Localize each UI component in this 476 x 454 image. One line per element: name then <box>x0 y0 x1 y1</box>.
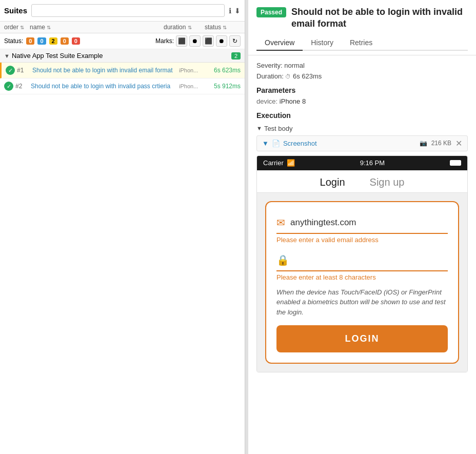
severity-row: Severity: normal <box>256 62 468 69</box>
phone-time: 9:16 PM <box>360 159 385 167</box>
suite-name: Native App Test Suite Example <box>12 52 103 60</box>
test-name-1: Should not be able to login with invalid… <box>32 66 179 75</box>
badge-orange-2[interactable]: 0 <box>61 37 69 45</box>
wifi-icon: 📶 <box>287 159 295 167</box>
password-field: 🔒 <box>276 250 448 271</box>
tab-retries[interactable]: Retries <box>342 35 381 51</box>
tab-overview[interactable]: Overview <box>256 35 303 51</box>
badge-blue[interactable]: 0 <box>37 37 46 45</box>
left-header: Suites ℹ ⬇ <box>0 0 245 22</box>
column-headers: order ⇅ name ⇅ duration ⇅ status ⇅ <box>0 22 245 33</box>
right-content: Severity: normal Duration: ⏱ 6s 623ms Pa… <box>248 55 476 387</box>
phone-nav: Login Sign up <box>257 170 467 193</box>
execution-title: Execution <box>256 111 468 120</box>
email-icon: ✉ <box>276 216 285 229</box>
severity-text: Severity: normal <box>256 62 305 69</box>
test-number-2: #2 <box>15 83 31 90</box>
test-name-2: Should not be able to login with invalid… <box>31 82 179 91</box>
test-number-1: #1 <box>17 67 32 74</box>
mark-icon-3[interactable]: ⬛ <box>203 35 214 47</box>
mark-icon-4[interactable]: ⏺ <box>216 35 227 47</box>
test-body-toggle-icon: ▼ <box>256 125 262 131</box>
test-status-pass-icon: ✓ <box>6 66 15 75</box>
tab-bar: Overview History Retries <box>256 35 468 51</box>
phone-screen: Login Sign up ✉ anythingtest.com Please … <box>257 170 467 372</box>
badge-orange-1[interactable]: 0 <box>26 37 34 45</box>
carrier-area: Carrier 📶 <box>263 159 295 167</box>
screenshot-toggle[interactable]: ▼ 📄 Screenshot <box>262 140 317 147</box>
duration-row: Duration: ⏱ 6s 623ms <box>256 72 468 80</box>
device-row: device: iPhone 8 <box>256 97 468 105</box>
phone-nav-signup[interactable]: Sign up <box>358 176 417 188</box>
screenshot-close-icon[interactable]: ✕ <box>455 139 462 148</box>
screenshot-label: Screenshot <box>283 140 317 147</box>
test-duration-1: 6s 623ms <box>207 67 241 74</box>
screenshot-size: 216 KB <box>431 140 451 147</box>
email-value: anythingtest.com <box>290 218 356 228</box>
tab-history[interactable]: History <box>303 35 342 51</box>
phone-nav-login[interactable]: Login <box>308 176 358 188</box>
name-sort-icon: ⇅ <box>47 25 51 30</box>
login-card: ✉ anythingtest.com Please enter a valid … <box>265 201 459 364</box>
test-device-2: iPhon... <box>179 83 207 89</box>
battery-icon <box>450 160 461 166</box>
header-icons: ℹ ⬇ <box>229 7 241 15</box>
badge-yellow[interactable]: 2 <box>49 37 57 45</box>
passed-badge: Passed <box>256 7 286 17</box>
test-row[interactable]: ✓ #1 Should not be able to login with in… <box>0 63 245 78</box>
test-row[interactable]: ✓ #2 Should not be able to login with in… <box>0 78 245 94</box>
title-row: Passed Should not be able to login with … <box>256 6 468 30</box>
col-name[interactable]: name ⇅ <box>30 24 164 31</box>
carrier-text: Carrier <box>263 159 284 167</box>
phone-status-bar: Carrier 📶 9:16 PM <box>257 156 467 170</box>
email-field: ✉ anythingtest.com <box>276 212 448 234</box>
suite-count: 2 <box>231 52 241 60</box>
test-body-label: Test body <box>264 125 293 132</box>
suite-group: ▼ Native App Test Suite Example 2 ✓ #1 S… <box>0 49 245 94</box>
mark-icon-1[interactable]: ⬛ <box>176 35 187 47</box>
screenshot-file-icon: 📄 <box>272 140 280 147</box>
email-error: Please enter a valid email address <box>276 236 448 244</box>
battery-area <box>450 160 461 166</box>
search-input[interactable] <box>31 4 225 17</box>
download-icon[interactable]: ⬇ <box>234 7 241 15</box>
lock-icon: 🔒 <box>276 254 289 266</box>
device-value: iPhone 8 <box>280 97 306 105</box>
suites-title: Suites <box>4 6 27 15</box>
screenshot-row: ▼ 📄 Screenshot 📷 216 KB ✕ <box>256 135 468 151</box>
login-button[interactable]: LOGIN <box>276 325 448 352</box>
phone-mockup: Carrier 📶 9:16 PM Login Sign up <box>256 155 468 373</box>
screenshot-icon-sm: 📷 <box>420 140 427 147</box>
order-sort-icon: ⇅ <box>20 25 24 30</box>
marks-label: Marks: <box>155 37 174 45</box>
status-label: Status: <box>4 37 23 45</box>
col-duration[interactable]: duration ⇅ <box>164 24 205 31</box>
col-status[interactable]: status ⇅ <box>205 24 241 31</box>
info-icon[interactable]: ℹ <box>229 7 231 15</box>
duration-icon: ⏱ <box>285 73 291 80</box>
test-device-1: iPhon... <box>179 67 207 73</box>
test-body-toggle[interactable]: ▼ Test body <box>256 125 468 132</box>
mark-icon-2[interactable]: ⏺ <box>189 35 201 47</box>
biometrics-hint: When the device has Touch/FaceID (iOS) o… <box>276 287 448 318</box>
phone-body: ✉ anythingtest.com Please enter a valid … <box>257 193 467 372</box>
screenshot-expand-icon: ▼ <box>262 140 269 147</box>
status-sort-icon: ⇅ <box>223 25 227 30</box>
suite-header[interactable]: ▼ Native App Test Suite Example 2 <box>0 49 245 63</box>
test-status-pass-icon-2: ✓ <box>4 82 13 91</box>
test-duration-2: 5s 912ms <box>207 83 241 90</box>
badge-red[interactable]: 0 <box>72 37 80 45</box>
device-label: device: <box>256 97 277 105</box>
password-error: Please enter at least 8 characters <box>276 273 448 281</box>
suite-toggle-icon[interactable]: ▼ <box>4 53 10 59</box>
col-order[interactable]: order ⇅ <box>4 24 30 31</box>
test-title: Should not be able to login with invalid… <box>291 6 468 30</box>
mark-icon-refresh[interactable]: ↻ <box>229 35 241 47</box>
right-header: Passed Should not be able to login with … <box>248 0 476 55</box>
status-row: Status: 0 0 2 0 0 Marks: ⬛ ⏺ ⬛ ⏺ ↻ <box>0 33 245 49</box>
screenshot-meta: 📷 216 KB ✕ <box>420 139 462 148</box>
parameters-title: Parameters <box>256 86 468 94</box>
left-panel: Suites ℹ ⬇ order ⇅ name ⇅ duration ⇅ sta… <box>0 0 245 454</box>
duration-label: Duration: <box>256 72 284 80</box>
marks-row: Marks: ⬛ ⏺ ⬛ ⏺ ↻ <box>155 35 241 47</box>
